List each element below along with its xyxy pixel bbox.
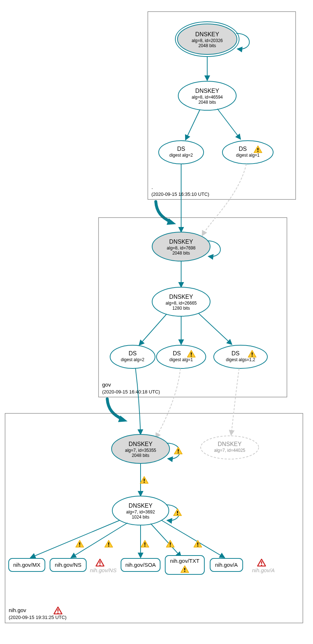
edge-root-zsk-ds1 (185, 110, 200, 140)
edge-gov-zsk-ds3 (199, 313, 232, 344)
error-icon (96, 559, 104, 566)
svg-text:DNSKEY: DNSKEY (195, 88, 219, 94)
edge-ds2-govksk (202, 164, 246, 236)
node-nih-ksk[interactable]: DNSKEY alg=7, id=35355 2048 bits (112, 434, 170, 463)
svg-text:alg=8, id=7698: alg=8, id=7698 (167, 245, 196, 251)
warning-icon (166, 540, 174, 547)
svg-text:nih.gov/NS: nih.gov/NS (55, 562, 81, 568)
node-root-ksk[interactable]: DNSKEY alg=8, id=20326 2048 bits (175, 22, 239, 57)
edge-gov-zsk-ds1 (139, 314, 167, 345)
warning-icon (76, 540, 84, 547)
svg-text:DNSKEY: DNSKEY (169, 239, 193, 245)
node-root-ds1[interactable]: DS digest alg=2 (159, 141, 204, 164)
node-nih-zsk[interactable]: DNSKEY alg=7, id=3692 1024 bits (112, 496, 169, 525)
svg-text:digest alg=1: digest alg=1 (169, 357, 193, 362)
svg-text:DS: DS (173, 350, 181, 356)
rrset-ns-error[interactable]: nih.gov/NS (90, 559, 116, 573)
edge-root-zsk-ds2 (217, 109, 241, 139)
svg-text:1024 bits: 1024 bits (132, 515, 150, 520)
svg-text:alg=8, id=20326: alg=8, id=20326 (192, 38, 223, 43)
svg-text:2048 bits: 2048 bits (172, 251, 190, 256)
node-gov-ksk[interactable]: DNSKEY alg=8, id=7698 2048 bits (152, 232, 210, 261)
node-gov-ds2[interactable]: DS digest alg=1 (156, 345, 206, 368)
rrset-a[interactable]: nih.gov/A (210, 558, 243, 571)
svg-text:alg=8, id=46594: alg=8, id=46594 (192, 95, 223, 100)
svg-point-35 (214, 345, 267, 368)
svg-text:2048 bits: 2048 bits (132, 453, 150, 458)
rrset-txt[interactable]: nih.gov/TXT (165, 556, 204, 574)
rrset-mx[interactable]: nih.gov/MX (9, 558, 45, 571)
svg-text:2048 bits: 2048 bits (199, 43, 216, 48)
zone-root-label: . (151, 184, 153, 190)
warning-icon (141, 540, 149, 547)
edge-govds2-nihksk (156, 368, 180, 438)
svg-point-29 (110, 345, 155, 368)
warning-icon (140, 476, 148, 483)
svg-text:alg=7, id=35355: alg=7, id=35355 (125, 448, 156, 453)
svg-text:nih.gov/A: nih.gov/A (252, 567, 275, 573)
svg-point-14 (159, 141, 204, 164)
error-icon (258, 559, 266, 566)
zone-nihgov-timestamp: (2020-09-15 19:31:25 UTC) (9, 615, 67, 620)
svg-text:DNSKEY: DNSKEY (218, 441, 242, 447)
svg-text:DNSKEY: DNSKEY (169, 294, 193, 300)
node-nih-missing[interactable]: DNSKEY alg=7, id=44025 (201, 436, 259, 459)
rrset-ns[interactable]: nih.gov/NS (50, 558, 86, 571)
svg-text:alg=7, id=3692: alg=7, id=3692 (126, 509, 155, 515)
svg-text:nih.gov/SOA: nih.gov/SOA (125, 562, 156, 568)
svg-point-32 (156, 345, 206, 368)
svg-text:DNSKEY: DNSKEY (129, 441, 153, 447)
svg-text:DNSKEY: DNSKEY (195, 31, 219, 37)
svg-text:digest alg=2: digest alg=2 (121, 357, 144, 362)
svg-text:2048 bits: 2048 bits (199, 100, 216, 105)
warning-icon (174, 447, 182, 454)
svg-text:DS: DS (231, 350, 239, 356)
error-icon (54, 607, 62, 614)
svg-text:nih.gov/TXT: nih.gov/TXT (170, 558, 200, 564)
svg-text:digest alg=1: digest alg=1 (236, 153, 259, 158)
svg-text:alg=8, id=26665: alg=8, id=26665 (166, 301, 197, 306)
svg-text:alg=7, id=44025: alg=7, id=44025 (214, 448, 245, 453)
node-gov-ds1[interactable]: DS digest alg=2 (110, 345, 155, 368)
zone-gov-timestamp: (2020-09-15 16:40:18 UTC) (102, 389, 160, 395)
svg-point-43 (201, 436, 259, 459)
svg-text:nih.gov/MX: nih.gov/MX (13, 562, 40, 568)
zone-nihgov-label: nih.gov (9, 607, 26, 613)
rrset-soa[interactable]: nih.gov/SOA (121, 558, 160, 571)
svg-text:nih.gov/A: nih.gov/A (215, 562, 238, 568)
node-gov-ds3[interactable]: DS digest algs=1,2 (214, 345, 267, 368)
zone-gov-label: gov (102, 381, 111, 388)
svg-text:nih.gov/NS: nih.gov/NS (90, 567, 116, 573)
svg-text:1280 bits: 1280 bits (172, 306, 190, 311)
svg-text:digest algs=1,2: digest algs=1,2 (226, 357, 255, 362)
node-root-ds2[interactable]: DS digest alg=1 (222, 141, 273, 164)
warning-icon (174, 509, 181, 516)
zone-root-timestamp: (2020-09-15 16:35:10 UTC) (151, 191, 209, 197)
svg-point-17 (222, 141, 273, 164)
svg-text:DS: DS (129, 350, 137, 356)
edge-govds1-nihksk (135, 368, 141, 434)
svg-text:DNSKEY: DNSKEY (129, 503, 153, 509)
edge-govds3-nihmissing (231, 368, 239, 435)
svg-text:DS: DS (239, 146, 247, 152)
warning-icon (105, 540, 113, 547)
node-root-zsk[interactable]: DNSKEY alg=8, id=46594 2048 bits (178, 81, 236, 110)
node-gov-zsk[interactable]: DNSKEY alg=8, id=26665 1280 bits (152, 287, 210, 316)
rrset-a-error[interactable]: nih.gov/A (252, 559, 275, 573)
svg-text:digest alg=2: digest alg=2 (169, 153, 193, 158)
svg-text:DS: DS (177, 146, 185, 152)
